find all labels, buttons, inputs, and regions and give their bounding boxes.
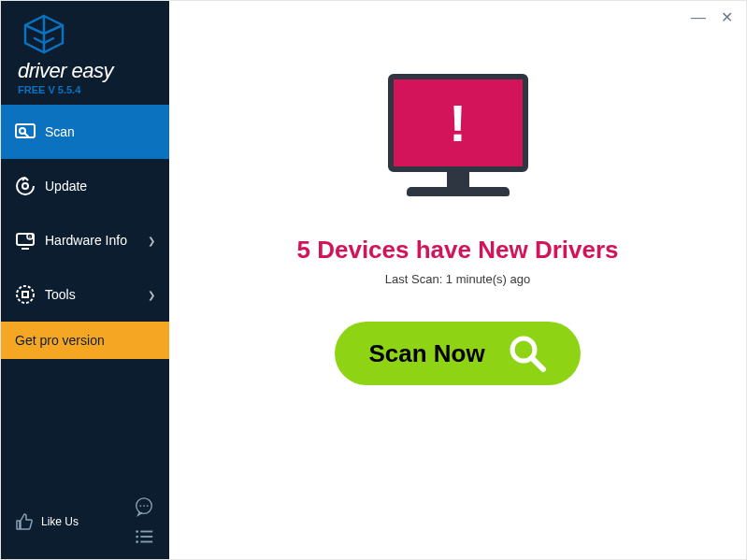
- svg-point-13: [147, 505, 149, 507]
- svg-point-12: [143, 505, 145, 507]
- sidebar-item-scan[interactable]: Scan: [1, 105, 169, 159]
- get-pro-button[interactable]: Get pro version: [1, 322, 169, 359]
- svg-point-8: [17, 286, 34, 303]
- chevron-right-icon: ❯: [148, 236, 155, 246]
- status-title: 5 Devices have New Drivers: [297, 236, 619, 265]
- like-us-label: Like Us: [41, 515, 79, 528]
- window-controls: — ✕: [691, 10, 733, 25]
- sidebar-item-label: Scan: [45, 124, 75, 139]
- thumbs-up-icon: [15, 512, 34, 531]
- scan-button-label: Scan Now: [368, 339, 484, 368]
- minimize-button[interactable]: —: [691, 10, 706, 25]
- svg-rect-9: [22, 292, 28, 297]
- sidebar-item-label: Hardware Info: [45, 233, 127, 248]
- svg-point-16: [136, 536, 138, 538]
- sidebar-item-label: Tools: [45, 287, 76, 302]
- menu-icon[interactable]: [133, 525, 155, 548]
- chevron-right-icon: ❯: [148, 290, 155, 300]
- svg-point-11: [139, 505, 141, 507]
- main-content: — ✕ ! 5 Devices have New Drivers Last Sc…: [169, 1, 746, 559]
- monitor-neck: [447, 172, 469, 187]
- version-label: FREE V 5.5.4: [18, 84, 152, 95]
- brand-logo-icon: [18, 13, 70, 55]
- svg-line-2: [25, 134, 29, 137]
- sidebar-footer: Like Us: [1, 484, 169, 559]
- hardware-info-icon: i: [15, 230, 36, 251]
- svg-point-18: [136, 540, 138, 543]
- sidebar-item-label: Update: [45, 179, 87, 194]
- sidebar: driver easy FREE V 5.5.4 Scan Update i H…: [1, 1, 169, 559]
- logo-area: driver easy FREE V 5.5.4: [1, 1, 169, 105]
- svg-point-3: [22, 183, 28, 189]
- alert-monitor-illustration: !: [388, 74, 528, 219]
- brand-name: driver easy: [18, 59, 152, 83]
- sidebar-item-tools[interactable]: Tools ❯: [1, 267, 169, 322]
- tools-icon: [15, 284, 36, 305]
- feedback-icon[interactable]: [133, 495, 155, 518]
- monitor-screen: !: [388, 74, 528, 172]
- svg-line-21: [532, 358, 543, 369]
- last-scan-label: Last Scan: 1 minute(s) ago: [385, 272, 530, 286]
- scan-icon: [15, 122, 36, 142]
- scan-now-button[interactable]: Scan Now: [335, 322, 580, 385]
- svg-point-14: [136, 530, 138, 533]
- sidebar-item-hardware-info[interactable]: i Hardware Info ❯: [1, 213, 169, 267]
- like-us-button[interactable]: Like Us: [15, 512, 79, 531]
- update-icon: [15, 176, 36, 196]
- exclamation-icon: !: [449, 93, 467, 153]
- monitor-base: [407, 187, 510, 196]
- sidebar-item-update[interactable]: Update: [1, 159, 169, 213]
- close-button[interactable]: ✕: [721, 10, 733, 25]
- search-icon: [508, 334, 547, 373]
